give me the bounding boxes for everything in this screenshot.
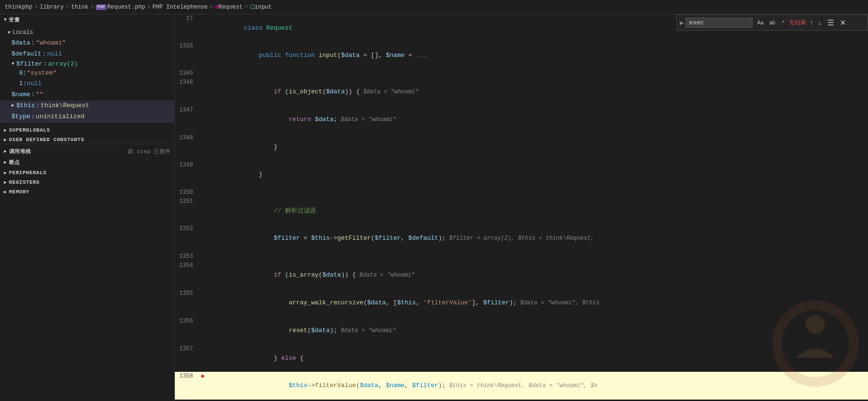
code-line-1351: 1351 // 解析过滤器 (175, 197, 868, 224)
var-this-value: think\Request (41, 101, 89, 111)
breadcrumb-intelephense[interactable]: PHP Intelephense (152, 4, 207, 11)
call-stack-badge: 因 step 已暂停 (128, 148, 171, 155)
main-layout: ▼ 变量 ▼ Locals $data : "whoami" $default … (0, 14, 868, 401)
var-type-key: $type (11, 112, 30, 122)
sidebar: ▼ 变量 ▼ Locals $data : "whoami" $default … (0, 14, 175, 401)
var-filter-0-key: 0 (19, 68, 23, 78)
sep2: > (66, 4, 69, 11)
var-data-value: "whoami" (36, 38, 66, 48)
php-icon: PHP (96, 4, 106, 10)
symbol-icon2: ⬡ (250, 3, 255, 11)
breakpoints-section[interactable]: ▶ 断点 (0, 157, 174, 168)
var-this-arrow: ▶ (11, 102, 14, 110)
search-next-btn[interactable]: ↓ (816, 18, 823, 27)
var-default-key: $default (11, 49, 41, 59)
breadcrumb-thinkphp[interactable]: thinkphp (5, 4, 33, 11)
watermark (767, 296, 863, 391)
line-num-17: 17 (175, 14, 199, 23)
breadcrumb-input[interactable]: input (255, 4, 272, 11)
sidebar-bottom: ▶ 调用堆栈 因 step 已暂停 ▶ 断点 ▶ PERIPHERALS (0, 144, 174, 199)
sep3: > (90, 4, 93, 11)
line-num-1354: 1354 (175, 261, 199, 270)
search-case-btn[interactable]: Aa (754, 19, 765, 26)
search-input[interactable] (685, 18, 753, 28)
peripherals-title: PERIPHERALS (9, 170, 47, 176)
var-name-value: "" (36, 90, 44, 100)
peripherals-arrow: ▶ (4, 170, 7, 176)
breadcrumb-think[interactable]: think (71, 4, 88, 11)
memory-arrow: ▶ (4, 189, 7, 195)
registers-title: REGISTERS (9, 179, 40, 185)
line-num-1356: 1356 (175, 317, 199, 326)
symbol-icon: ⚙ (215, 3, 218, 11)
code-line-1348: 1348 } (175, 134, 868, 161)
breadcrumb-requestphp[interactable]: Request.php (107, 4, 145, 11)
breadcrumb-library[interactable]: library (40, 4, 64, 11)
code-line-1358: 1358 ● $this->filterValue($data, $name, … (175, 372, 868, 400)
superglobals-header[interactable]: ▶ Superglobals (0, 124, 174, 134)
var-default[interactable]: $default : null (0, 49, 174, 60)
line-num-1358: 1358 (175, 372, 199, 381)
call-stack-section[interactable]: ▶ 调用堆栈 因 step 已暂停 (0, 146, 174, 157)
superglobals-arrow: ▶ (4, 127, 7, 133)
search-regex-btn[interactable]: .* (778, 19, 787, 26)
search-no-result: 无结果 (789, 19, 806, 27)
code-line-1326: 1326 public function input($data = [], $… (175, 42, 868, 69)
line-num-1345: 1345 (175, 69, 199, 78)
superglobals-title: Superglobals (9, 127, 50, 133)
var-filter-1-value: null (27, 79, 42, 89)
var-filter-header[interactable]: ▼ $filter : array(2) (0, 60, 174, 68)
registers-section[interactable]: ▶ REGISTERS (0, 178, 174, 187)
search-options: Aa ab .* (754, 19, 787, 26)
breakpoints-title: 断点 (9, 159, 20, 166)
code-line-1352: 1352 $filter = $this->getFilter($filter,… (175, 224, 868, 252)
search-nav: ↑ ↓ (808, 18, 823, 27)
search-close-btn[interactable]: ✕ (838, 17, 848, 28)
breakpoints-arrow: ▶ (4, 159, 7, 165)
search-word-btn[interactable]: ab (767, 19, 777, 26)
var-filter-key: $filter (16, 60, 43, 67)
locals-group: ▼ Locals $data : "whoami" $default : nul… (0, 25, 174, 124)
sep6: > (244, 4, 248, 11)
var-filter-0[interactable]: 0 : "system" (0, 68, 174, 79)
var-data-key: $data (11, 38, 30, 48)
locals-header[interactable]: ▼ Locals (0, 27, 174, 38)
code-line-1356: 1356 reset($data); $data = "whoami" (175, 317, 868, 345)
var-data[interactable]: $data : "whoami" (0, 38, 174, 49)
call-stack-arrow: ▶ (4, 148, 7, 154)
svg-point-1 (806, 315, 825, 334)
variables-section-header[interactable]: ▼ 变量 (0, 14, 174, 25)
var-type[interactable]: $type : uninitialized (0, 111, 174, 123)
var-name[interactable]: $name : "" (0, 89, 174, 100)
peripherals-section[interactable]: ▶ PERIPHERALS (0, 168, 174, 178)
line-num-1348: 1348 (175, 134, 199, 143)
code-line-1350: 1350 (175, 188, 868, 197)
user-constants-header[interactable]: ▶ User defined constants (0, 134, 174, 144)
breadcrumb: thinkphp > library > think > PHP Request… (0, 0, 868, 14)
code-line-1345: 1345 (175, 69, 868, 78)
user-constants-arrow: ▶ (4, 137, 7, 143)
call-stack-title: 调用堆栈 (9, 148, 31, 155)
var-this[interactable]: ▶ $this : think\Request (0, 100, 174, 111)
search-more-btn[interactable]: ☰ (825, 17, 836, 28)
breadcrumb-request[interactable]: Request (218, 4, 242, 11)
var-filter-1-key: 1 (19, 79, 23, 89)
line-num-1347: 1347 (175, 106, 199, 115)
memory-title: MEMORY (9, 189, 30, 195)
search-prev-btn[interactable]: ↑ (808, 18, 815, 27)
code-line-1347: 1347 return $data; $data = "whoami" (175, 106, 868, 134)
var-filter-0-value: "system" (27, 68, 57, 78)
editor-area: ▶ Aa ab .* 无结果 ↑ ↓ ☰ ✕ 17 class Request (175, 14, 868, 401)
locals-title: Locals (12, 29, 33, 36)
var-filter-value: array(2) (48, 60, 78, 67)
memory-section[interactable]: ▶ MEMORY (0, 187, 174, 197)
sep5: > (210, 4, 213, 11)
var-default-value: null (47, 49, 62, 59)
var-filter-1[interactable]: 1 : null (0, 78, 174, 89)
line-num-1357: 1357 (175, 345, 199, 354)
line-num-1349: 1349 (175, 161, 199, 170)
filter-arrow: ▼ (11, 61, 14, 67)
line-num-1346: 1346 (175, 78, 199, 87)
line-num-1350: 1350 (175, 188, 199, 197)
code-editor[interactable]: 17 class Request 1326 public function in… (175, 14, 868, 401)
